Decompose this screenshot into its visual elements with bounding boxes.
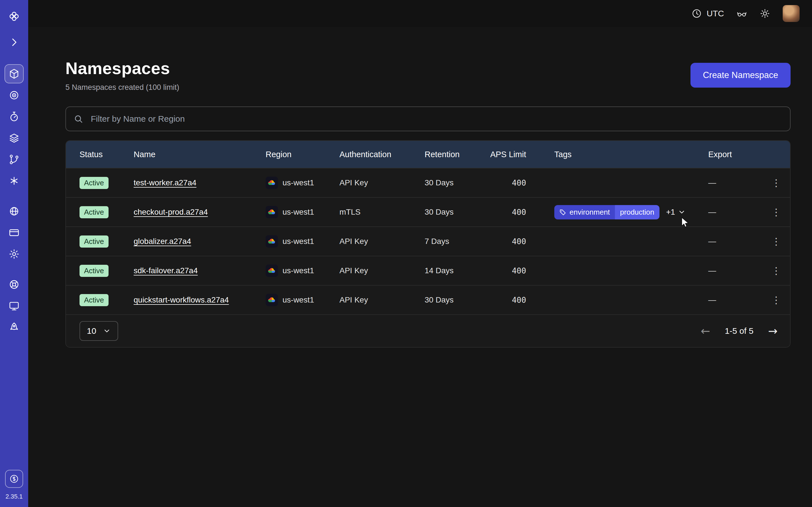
status-badge: Active <box>80 177 109 189</box>
tag-icon <box>559 209 566 216</box>
main-area: UTC Namespaces 5 Namespaces created (100… <box>28 0 812 507</box>
gcp-cloud-icon <box>266 265 278 277</box>
region-label: us-west1 <box>283 266 314 275</box>
clock-icon <box>691 8 702 19</box>
git-branch-icon <box>8 154 20 165</box>
usage-dollar-icon[interactable] <box>5 470 23 488</box>
col-header-name: Name <box>134 150 266 159</box>
row-menu-button[interactable]: ⋮ <box>762 294 790 305</box>
tags-cell: environment production +1 <box>554 205 708 219</box>
credit-card-icon <box>8 227 20 238</box>
aps-limit-value: 400 <box>490 295 554 305</box>
row-menu-button[interactable]: ⋮ <box>762 207 790 218</box>
more-tags-count: +1 <box>666 208 675 217</box>
col-header-aps-limit: APS Limit <box>490 150 554 159</box>
row-menu-button[interactable]: ⋮ <box>762 265 790 276</box>
temporal-logo-icon[interactable] <box>4 7 24 26</box>
user-avatar[interactable] <box>783 5 800 22</box>
col-header-authentication: Authentication <box>340 150 424 159</box>
sidebar-item-settings[interactable] <box>4 244 24 264</box>
sidebar-item-docs[interactable] <box>4 296 24 316</box>
next-page-button[interactable]: → <box>768 325 777 337</box>
col-header-export: Export <box>708 150 762 159</box>
app-root: 2.35.1 UTC Namespaces 5 Namespaces creat… <box>0 0 812 507</box>
col-header-status: Status <box>80 150 134 159</box>
topbar: UTC <box>28 0 812 27</box>
sidebar-item-deployments[interactable] <box>4 128 24 148</box>
export-value: — <box>708 178 762 187</box>
timezone-selector[interactable]: UTC <box>691 8 724 19</box>
col-header-retention: Retention <box>424 150 490 159</box>
export-value: — <box>708 266 762 275</box>
table-row: Active globalizer.a27a4 us-west1 API Key… <box>66 226 790 256</box>
namespaces-table: Status Name Region Authentication Retent… <box>65 140 791 348</box>
theme-sun-icon[interactable] <box>760 8 770 19</box>
sidebar-item-getting-started[interactable] <box>4 318 24 337</box>
namespace-link[interactable]: sdk-failover.a27a4 <box>134 266 198 275</box>
tag-value-label: production <box>615 205 659 219</box>
table-row: Active sdk-failover.a27a4 us-west1 API K… <box>66 256 790 285</box>
table-row: Active quickstart-workflows.a27a4 us-wes… <box>66 285 790 314</box>
sidebar-item-support[interactable] <box>4 275 24 294</box>
chevron-down-icon <box>103 327 111 335</box>
asterisk-icon <box>8 175 20 186</box>
page-title: Namespaces <box>65 59 179 78</box>
retention-value: 30 Days <box>424 208 490 217</box>
table-header-row: Status Name Region Authentication Retent… <box>66 141 790 168</box>
namespace-link[interactable]: globalizer.a27a4 <box>134 237 191 245</box>
export-value: — <box>708 295 762 304</box>
sidebar-item-nexus[interactable] <box>4 171 24 190</box>
sidebar-item-workflows[interactable] <box>4 150 24 169</box>
region-label: us-west1 <box>283 295 314 304</box>
sidebar-expand-chevron-icon[interactable] <box>4 33 24 52</box>
more-tags-expander[interactable]: +1 <box>666 208 686 217</box>
aps-limit-value: 400 <box>490 208 554 217</box>
timezone-label: UTC <box>707 9 724 18</box>
sidebar-item-regions[interactable] <box>4 202 24 221</box>
labs-glasses-icon[interactable] <box>737 8 747 19</box>
table-row: Active test-worker.a27a4 us-west1 API Ke… <box>66 168 790 197</box>
namespace-link[interactable]: quickstart-workflows.a27a4 <box>134 295 229 304</box>
col-header-region: Region <box>266 150 340 159</box>
export-value: — <box>708 208 762 217</box>
aps-limit-value: 400 <box>490 237 554 246</box>
gcp-cloud-icon <box>266 177 278 189</box>
sidebar-item-billing[interactable] <box>4 223 24 242</box>
gcp-cloud-icon <box>266 206 278 218</box>
search-icon <box>73 114 84 124</box>
retention-value: 30 Days <box>424 295 490 304</box>
row-menu-button[interactable]: ⋮ <box>762 177 790 188</box>
pagination-bar: 10 ← 1-5 of 5 → <box>66 314 790 347</box>
auth-method: API Key <box>340 295 424 304</box>
tag-key-label: environment <box>569 208 610 217</box>
status-badge: Active <box>80 294 109 306</box>
page-subtitle: 5 Namespaces created (100 limit) <box>65 83 179 92</box>
page-content: Namespaces 5 Namespaces created (100 lim… <box>28 27 812 507</box>
page-size-value: 10 <box>87 326 96 336</box>
col-header-tags: Tags <box>554 150 708 159</box>
tag-chip[interactable]: environment production <box>554 205 659 219</box>
monitor-icon <box>8 300 20 312</box>
sidebar-item-bullseye[interactable] <box>4 86 24 105</box>
namespace-link[interactable]: test-worker.a27a4 <box>134 178 197 187</box>
sidebar-item-namespaces[interactable] <box>4 64 24 83</box>
layers-icon <box>8 132 20 144</box>
filter-input[interactable] <box>65 107 791 131</box>
sidebar-item-schedules[interactable] <box>4 107 24 126</box>
gcp-cloud-icon <box>266 294 278 306</box>
status-badge: Active <box>80 265 109 277</box>
bullseye-icon <box>8 90 20 101</box>
filter-bar <box>65 107 791 131</box>
export-value: — <box>708 237 762 246</box>
cube-icon <box>8 68 20 79</box>
page-size-select[interactable]: 10 <box>80 321 118 341</box>
previous-page-button[interactable]: ← <box>701 325 710 337</box>
timer-icon <box>8 111 20 122</box>
rocket-icon <box>8 322 20 333</box>
auth-method: mTLS <box>340 208 424 217</box>
create-namespace-button[interactable]: Create Namespace <box>691 63 791 88</box>
namespace-link[interactable]: checkout-prod.a27a4 <box>134 208 208 216</box>
row-menu-button[interactable]: ⋮ <box>762 236 790 247</box>
globe-icon <box>8 206 20 217</box>
auth-method: API Key <box>340 266 424 275</box>
